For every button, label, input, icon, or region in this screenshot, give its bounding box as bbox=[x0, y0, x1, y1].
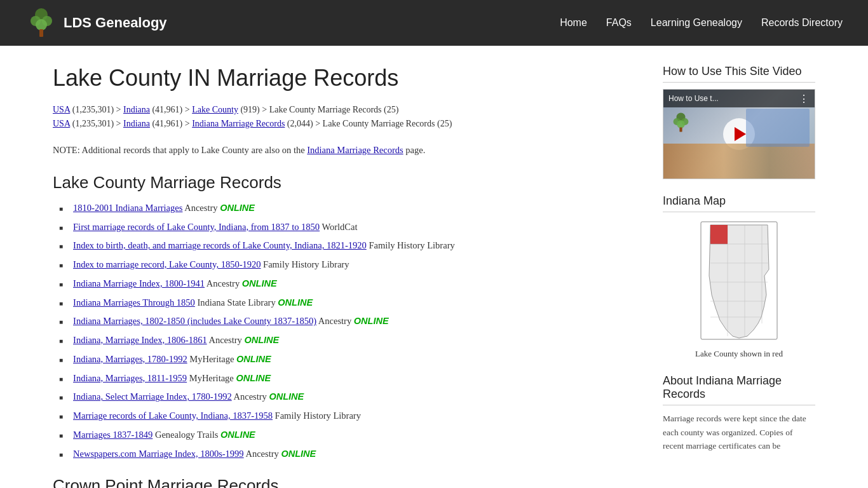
sidebar-map-heading: Indiana Map bbox=[663, 194, 815, 212]
nav-faqs[interactable]: FAQs bbox=[606, 17, 632, 29]
video-people-area bbox=[663, 144, 815, 179]
nav-home[interactable]: Home bbox=[560, 17, 587, 29]
sidebar-about-section: About Indiana Marriage Records Marriage … bbox=[663, 374, 815, 453]
list-item: Indiana, Marriages, 1811-1959 MyHeritage… bbox=[59, 372, 637, 386]
svg-rect-19 bbox=[710, 225, 728, 244]
record-link[interactable]: Indiana, Marriages, 1780-1992 bbox=[73, 354, 187, 364]
record-link[interactable]: Indiana, Marriage Index, 1806-1861 bbox=[73, 335, 207, 345]
note-text: NOTE: Additional records that apply to L… bbox=[53, 143, 637, 158]
breadcrumb-line-2: USA (1,235,301) > Indiana (41,961) > Ind… bbox=[53, 117, 637, 131]
site-header: LDS Genealogy Home FAQs Learning Genealo… bbox=[0, 0, 868, 46]
sidebar-video-section: How to Use This Site Video How to Use t.… bbox=[663, 65, 815, 179]
video-thumbnail[interactable]: How to Use t... ⋮ bbox=[663, 89, 815, 179]
breadcrumb-indiana-1[interactable]: Indiana bbox=[123, 105, 150, 114]
list-item: Index to marriage record, Lake County, 1… bbox=[59, 258, 637, 272]
sidebar-video-heading: How to Use This Site Video bbox=[663, 65, 815, 83]
svg-point-3 bbox=[36, 19, 47, 30]
video-menu-icon: ⋮ bbox=[799, 93, 810, 105]
breadcrumb-usa-2[interactable]: USA bbox=[53, 119, 70, 128]
breadcrumb-indiana-2[interactable]: Indiana bbox=[123, 119, 150, 128]
list-item: Indiana Marriages, 1802-1850 (includes L… bbox=[59, 315, 637, 329]
list-item: Indiana, Marriages, 1780-1992 MyHeritage… bbox=[59, 353, 637, 367]
main-nav: Home FAQs Learning Genealogy Records Dir… bbox=[560, 17, 843, 29]
video-top-bar: How to Use t... ⋮ bbox=[663, 90, 815, 107]
nav-learning-genealogy[interactable]: Learning Genealogy bbox=[651, 17, 742, 29]
record-link[interactable]: First marriage records of Lake County, I… bbox=[73, 222, 320, 232]
breadcrumb-line-1: USA (1,235,301) > Indiana (41,961) > Lak… bbox=[53, 103, 637, 117]
list-item: First marriage records of Lake County, I… bbox=[59, 220, 637, 234]
section-heading-crown-point: Crown Point Marriage Records bbox=[53, 476, 637, 488]
list-item: Indiana Marriages Through 1850 Indiana S… bbox=[59, 296, 637, 310]
video-inner: How to Use t... ⋮ bbox=[663, 90, 815, 179]
record-link[interactable]: 1810-2001 Indiana Marriages bbox=[73, 203, 182, 213]
record-link[interactable]: Indiana Marriages, 1802-1850 (includes L… bbox=[73, 316, 316, 326]
breadcrumb-usa-1[interactable]: USA bbox=[53, 105, 70, 114]
breadcrumb-lake-county[interactable]: Lake County bbox=[192, 105, 238, 114]
breadcrumbs: USA (1,235,301) > Indiana (41,961) > Lak… bbox=[53, 103, 637, 132]
page-container: Lake County IN Marriage Records USA (1,2… bbox=[27, 46, 841, 488]
sidebar-map-section: Indiana Map bbox=[663, 194, 815, 359]
record-link[interactable]: Newspapers.com Marriage Index, 1800s-199… bbox=[73, 449, 244, 459]
list-item: 1810-2001 Indiana Marriages Ancestry ONL… bbox=[59, 201, 637, 215]
record-link[interactable]: Index to marriage record, Lake County, 1… bbox=[73, 259, 261, 269]
records-list-lake-county: 1810-2001 Indiana Marriages Ancestry ONL… bbox=[53, 201, 637, 461]
record-link[interactable]: Indiana Marriage Index, 1800-1941 bbox=[73, 278, 205, 288]
main-content: Lake County IN Marriage Records USA (1,2… bbox=[53, 65, 637, 488]
breadcrumb-indiana-marriage-records[interactable]: Indiana Marriage Records bbox=[192, 119, 285, 128]
sidebar-about-text: Marriage records were kept since the dat… bbox=[663, 412, 815, 453]
note-link[interactable]: Indiana Marriage Records bbox=[307, 145, 403, 155]
sidebar: How to Use This Site Video How to Use t.… bbox=[663, 65, 815, 488]
nav-records-directory[interactable]: Records Directory bbox=[761, 17, 843, 29]
list-item: Indiana, Marriage Index, 1806-1861 Ances… bbox=[59, 334, 637, 348]
record-link[interactable]: Indiana Marriages Through 1850 bbox=[73, 297, 195, 308]
indiana-map bbox=[698, 219, 780, 342]
logo-area[interactable]: LDS Genealogy bbox=[25, 7, 167, 39]
list-item: Index to birth, death, and marriage reco… bbox=[59, 239, 637, 253]
record-link[interactable]: Indiana, Select Marriage Index, 1780-199… bbox=[73, 391, 232, 402]
list-item: Marriages 1837-1849 Genealogy Trails ONL… bbox=[59, 428, 637, 442]
sidebar-about-heading: About Indiana Marriage Records bbox=[663, 374, 815, 405]
svg-rect-4 bbox=[39, 29, 43, 37]
video-text-area bbox=[746, 109, 810, 147]
logo-tree-icon bbox=[25, 7, 57, 39]
page-title: Lake County IN Marriage Records bbox=[53, 65, 637, 92]
logo-text: LDS Genealogy bbox=[64, 15, 167, 31]
record-link[interactable]: Indiana, Marriages, 1811-1959 bbox=[73, 373, 187, 383]
section-heading-lake-county: Lake County Marriage Records bbox=[53, 173, 637, 193]
map-caption: Lake County shown in red bbox=[663, 349, 815, 359]
svg-rect-9 bbox=[679, 128, 682, 132]
indiana-map-container: Lake County shown in red bbox=[663, 219, 815, 359]
list-item: Marriage records of Lake County, Indiana… bbox=[59, 409, 637, 423]
list-item: Indiana, Select Marriage Index, 1780-199… bbox=[59, 390, 637, 404]
record-link[interactable]: Marriages 1837-1849 bbox=[73, 430, 153, 440]
list-item: Newspapers.com Marriage Index, 1800s-199… bbox=[59, 447, 637, 461]
video-title-label: How to Use t... bbox=[668, 94, 719, 103]
record-link[interactable]: Marriage records of Lake County, Indiana… bbox=[73, 410, 273, 421]
play-icon bbox=[735, 127, 746, 141]
record-link[interactable]: Index to birth, death, and marriage reco… bbox=[73, 240, 367, 250]
video-tree-icon bbox=[670, 112, 692, 134]
list-item: Indiana Marriage Index, 1800-1941 Ancest… bbox=[59, 277, 637, 291]
svg-point-8 bbox=[677, 120, 685, 128]
